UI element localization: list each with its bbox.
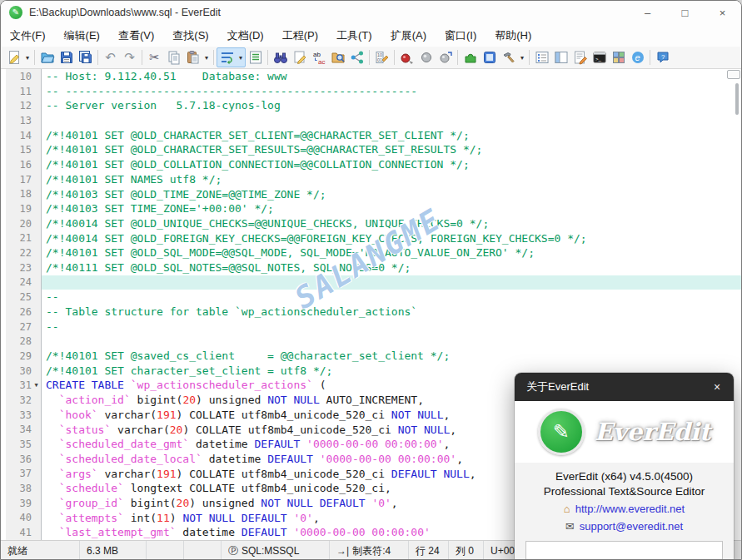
record-macro-button[interactable] [397,48,416,67]
code-line-10[interactable]: -- Host: 9.112.40.51 Database: www [42,69,741,84]
code-line-17[interactable]: /*!40101 SET NAMES utf8 */; [42,172,741,187]
status-line-indicator[interactable]: 行 24 [409,541,449,560]
code-line-27[interactable]: -- [42,320,741,335]
line-number-36: 36 [6,452,41,467]
run-macro-multi-button[interactable] [436,48,455,67]
code-line-21[interactable]: /*!40014 SET @OLD_FOREIGN_KEY_CHECKS=@@F… [42,231,741,246]
scrollbar-top-button[interactable] [727,70,740,79]
terminal-button[interactable]: >_ [590,48,609,67]
code-line-25[interactable]: -- [42,290,741,305]
tools-button[interactable] [499,48,518,67]
menu-item-2[interactable]: 查看(V) [109,25,163,47]
website-link[interactable]: http://www.everedit.net [575,503,685,515]
code-line-26[interactable]: -- Table structure for table `wp_actions… [42,305,741,320]
menu-item-5[interactable]: 工程(P) [273,25,327,47]
dialog-version: EverEdit (x64) v4.5.0(4500) [515,470,734,483]
open-file-button[interactable] [37,48,57,67]
dialog-logo-area: ✎ EverEdit [515,401,734,463]
close-button[interactable]: × [704,1,741,24]
everedit-window: ✎ E:\Backup\Downloads\www.sql - EverEdit… [0,0,742,560]
fold-marker-icon[interactable]: ▼ [32,382,41,389]
status-syntax-mode-icon: Ⓟ [228,544,238,558]
line-number-18: 18 [6,187,41,202]
help-button[interactable]: ? [653,48,672,67]
line-number-28: 28 [6,334,41,349]
vertical-scrollbar-thumb[interactable] [735,83,739,115]
email-link[interactable]: support@everedit.net [580,520,684,533]
code-line-18[interactable]: /*!40103 SET @OLD_TIME_ZONE=@@TIME_ZONE … [42,187,741,202]
new-file-dropdown[interactable]: ▾ [23,54,32,62]
code-line-15[interactable]: /*!40101 SET @OLD_CHARACTER_SET_RESULTS=… [42,142,741,157]
replace-button[interactable]: abac [309,48,328,67]
show-list-button[interactable] [246,48,265,67]
code-line-13[interactable] [42,113,741,128]
menu-item-9[interactable]: 帮助(H) [486,25,540,47]
code-line-22[interactable]: /*!40101 SET @OLD_SQL_MODE=@@SQL_MODE, S… [42,245,741,260]
mail-icon: ✉ [565,520,575,533]
dialog-close-icon[interactable]: × [700,373,734,401]
undo-button[interactable]: ↶ [101,48,120,67]
line-number-gutter: 1011121314151617181920212223242526272829… [6,69,42,540]
word-wrap-dropdown[interactable]: ▾ [237,54,245,62]
paste-button[interactable] [183,48,202,67]
status-syntax-mode[interactable]: ⓅSQL:MSSQL [222,541,330,560]
code-line-14[interactable]: /*!40101 SET @OLD_CHARACTER_SET_CLIENT=@… [42,128,741,143]
menu-item-4[interactable]: 文档(D) [218,25,273,47]
find-button[interactable] [271,48,290,67]
view-mode-button[interactable] [480,48,499,67]
toolbar-separator [457,50,458,65]
toolbar-separator [529,50,530,65]
cut-button[interactable]: ✂ [145,48,164,67]
menu-item-8[interactable]: 窗口(I) [436,25,486,47]
status-file-size: 6.3 MB [80,541,147,560]
line-number-13: 13 [6,113,41,128]
line-number-29: 29 [6,349,41,364]
menu-item-6[interactable]: 工具(T) [327,25,381,47]
code-line-16[interactable]: /*!40101 SET @OLD_COLLATION_CONNECTION=@… [42,157,741,172]
save-button[interactable] [57,48,76,67]
maximize-button[interactable]: □ [666,1,704,24]
menu-item-7[interactable]: 扩展(A) [381,25,436,47]
status-column-indicator[interactable]: 列 0 [449,541,484,560]
word-wrap-button[interactable] [217,48,237,67]
everedit-logo-text: EverEdit [595,418,710,446]
code-line-28[interactable] [42,334,741,349]
code-line-11[interactable]: -- -------------------------------------… [42,84,741,99]
snippets-button[interactable] [609,48,628,67]
toolbar-separator [34,50,35,65]
code-line-23[interactable]: /*!40111 SET @OLD_SQL_NOTES=@@SQL_NOTES,… [42,260,741,275]
find-edit-button[interactable] [290,48,309,67]
plugin-button[interactable] [461,48,480,67]
edit-document-button[interactable] [570,48,590,67]
menu-bar: 文件(F)编辑(E)查看(V)查找(S)文档(D)工程(P)工具(T)扩展(A)… [1,24,741,47]
dialog-title-bar: 关于EverEdit × [515,373,734,401]
hex-view-button[interactable]: 1001 [372,48,391,67]
side-panel-button[interactable] [551,48,570,67]
find-in-files-button[interactable] [328,48,347,67]
outline-button[interactable] [532,48,551,67]
line-number-35: 35 [6,437,41,452]
line-number-41: 41 [6,525,41,540]
new-file-button[interactable] [4,48,23,67]
code-line-12[interactable]: -- Server version 5.7.18-cynos-log [42,98,741,113]
code-line-20[interactable]: /*!40014 SET @OLD_UNIQUE_CHECKS=@@UNIQUE… [42,216,741,231]
paste-dropdown[interactable]: ▾ [202,54,211,62]
menu-item-3[interactable]: 查找(S) [163,25,217,47]
play-macro-button[interactable] [416,48,436,67]
code-line-24[interactable] [42,275,741,290]
copy-button[interactable] [164,48,183,67]
status-tab-size[interactable]: →|制表符:4 [330,541,409,560]
menu-item-0[interactable]: 文件(F) [1,25,55,47]
menu-item-1[interactable]: 编辑(E) [55,25,109,47]
code-line-19[interactable]: /*!40103 SET TIME_ZONE='+00:00' */; [42,201,741,216]
redo-button[interactable]: ↷ [120,48,139,67]
minimize-button[interactable]: – [629,1,666,24]
compare-button[interactable] [347,48,366,67]
browser-preview-button[interactable]: e [628,48,647,67]
title-bar: ✎ E:\Backup\Downloads\www.sql - EverEdit… [1,1,741,24]
save-all-button[interactable] [76,48,95,67]
toolbar-separator [394,50,395,65]
tools-dropdown[interactable]: ▾ [518,54,526,62]
everedit-logo-icon: ✎ [538,409,585,455]
code-line-29[interactable]: /*!40101 SET @saved_cs_client = @@charac… [42,349,741,364]
